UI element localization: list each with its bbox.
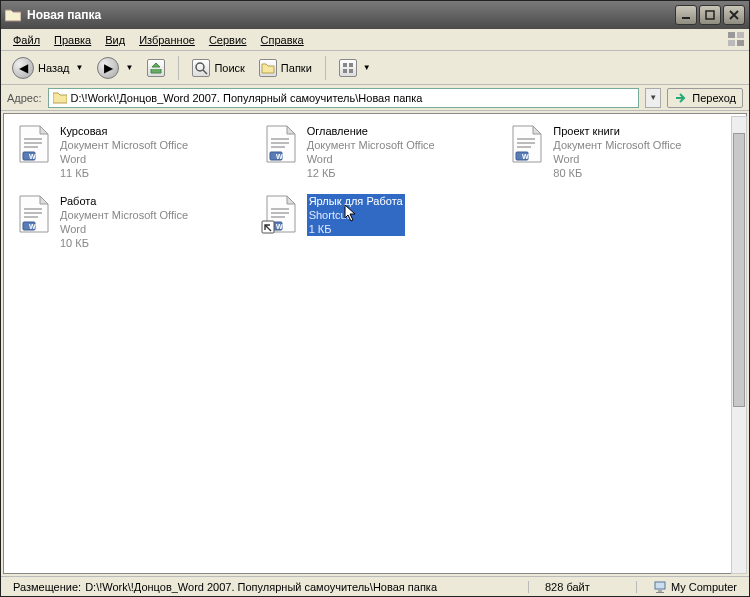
svg-rect-10: [349, 69, 353, 73]
address-path: D:\!Work\!Донцов_Word 2007. Популярный с…: [71, 92, 423, 104]
explorer-window: Новая папка Файл Правка Вид Избранное Се…: [0, 0, 750, 597]
vertical-scrollbar[interactable]: [731, 116, 747, 574]
forward-icon: ▶: [97, 57, 119, 79]
svg-rect-27: [24, 212, 42, 214]
svg-rect-38: [658, 590, 662, 592]
file-size: 10 КБ: [60, 236, 210, 250]
file-name: Ярлык для Работа: [309, 194, 403, 208]
menu-file[interactable]: Файл: [7, 32, 46, 48]
file-name: Оглавление: [307, 124, 457, 138]
go-button[interactable]: Переход: [667, 88, 743, 108]
word-doc-icon: W: [14, 194, 54, 234]
svg-rect-36: [262, 221, 274, 233]
file-text: ОглавлениеДокумент Microsoft Office Word…: [307, 124, 457, 180]
svg-rect-12: [24, 142, 42, 144]
file-item[interactable]: WРаботаДокумент Microsoft Office Word10 …: [12, 192, 245, 252]
svg-text:W: W: [276, 153, 283, 160]
close-icon: [729, 10, 739, 20]
file-name: Курсовая: [60, 124, 210, 138]
folders-label: Папки: [281, 62, 312, 74]
status-location: Размещение: D:\!Work\!Донцов_Word 2007. …: [5, 581, 529, 593]
file-size: 80 КБ: [553, 166, 703, 180]
file-text: КурсоваяДокумент Microsoft Office Word11…: [60, 124, 210, 180]
file-text: Проект книгиДокумент Microsoft Office Wo…: [553, 124, 703, 180]
up-icon: [147, 59, 165, 77]
svg-rect-1: [706, 11, 714, 19]
file-item[interactable]: WОглавлениеДокумент Microsoft Office Wor…: [259, 122, 492, 182]
statusbar: Размещение: D:\!Work\!Донцов_Word 2007. …: [1, 576, 749, 596]
toolbar: ◀ Назад ▼ ▶ ▼ Поиск Папки ▼: [1, 51, 749, 85]
forward-dropdown-icon[interactable]: ▼: [125, 63, 133, 72]
svg-text:W: W: [276, 223, 283, 230]
svg-text:W: W: [29, 153, 36, 160]
file-text: РаботаДокумент Microsoft Office Word10 К…: [60, 194, 210, 250]
file-text: Ярлык для РаботаShortcut1 КБ: [307, 194, 405, 236]
views-button[interactable]: ▼: [334, 56, 376, 80]
titlebar[interactable]: Новая папка: [1, 1, 749, 29]
svg-rect-16: [271, 138, 289, 140]
computer-icon: [653, 580, 667, 594]
menubar: Файл Правка Вид Избранное Сервис Справка: [1, 29, 749, 51]
menu-edit[interactable]: Правка: [48, 32, 97, 48]
views-icon: [339, 59, 357, 77]
file-item-selected[interactable]: WЯрлык для РаботаShortcut1 КБ: [259, 192, 492, 238]
svg-rect-3: [737, 32, 744, 38]
window-controls: [675, 5, 745, 25]
up-button[interactable]: [142, 56, 170, 80]
separator: [325, 56, 326, 80]
svg-rect-22: [517, 142, 535, 144]
svg-rect-26: [24, 208, 42, 210]
svg-rect-2: [728, 32, 735, 38]
folder-icon: [53, 92, 67, 104]
file-type: Shortcut: [309, 208, 403, 222]
word-doc-icon: W: [261, 124, 301, 164]
menu-help[interactable]: Справка: [255, 32, 310, 48]
minimize-button[interactable]: [675, 5, 697, 25]
back-dropdown-icon[interactable]: ▼: [76, 63, 84, 72]
views-dropdown-icon[interactable]: ▼: [363, 63, 371, 72]
folders-icon: [259, 59, 277, 77]
menu-view[interactable]: Вид: [99, 32, 131, 48]
file-pane[interactable]: WКурсоваяДокумент Microsoft Office Word1…: [3, 113, 747, 574]
svg-rect-18: [271, 146, 285, 148]
status-size: 828 байт: [537, 581, 637, 593]
maximize-button[interactable]: [699, 5, 721, 25]
back-icon: ◀: [12, 57, 34, 79]
svg-rect-5: [737, 40, 744, 46]
search-button[interactable]: Поиск: [187, 56, 249, 80]
svg-rect-11: [24, 138, 42, 140]
file-size: 11 КБ: [60, 166, 210, 180]
svg-rect-39: [656, 592, 664, 593]
svg-rect-28: [24, 216, 38, 218]
forward-button[interactable]: ▶ ▼: [92, 54, 138, 82]
word-doc-icon: W: [14, 124, 54, 164]
close-button[interactable]: [723, 5, 745, 25]
status-zone: My Computer: [645, 580, 745, 594]
svg-rect-37: [655, 582, 665, 589]
svg-rect-7: [343, 63, 347, 67]
scrollbar-thumb[interactable]: [733, 133, 745, 407]
svg-rect-23: [517, 146, 531, 148]
menu-favorites[interactable]: Избранное: [133, 32, 201, 48]
svg-point-6: [196, 63, 204, 71]
svg-rect-17: [271, 142, 289, 144]
svg-text:W: W: [522, 153, 529, 160]
back-button[interactable]: ◀ Назад ▼: [7, 54, 88, 82]
svg-rect-21: [517, 138, 535, 140]
address-field[interactable]: D:\!Work\!Донцов_Word 2007. Популярный с…: [48, 88, 640, 108]
file-name: Работа: [60, 194, 210, 208]
folders-button[interactable]: Папки: [254, 56, 317, 80]
minimize-icon: [681, 10, 691, 20]
file-item[interactable]: WКурсоваяДокумент Microsoft Office Word1…: [12, 122, 245, 182]
address-bar: Адрес: D:\!Work\!Донцов_Word 2007. Попул…: [1, 85, 749, 111]
windows-logo-icon: [727, 31, 745, 47]
svg-rect-4: [728, 40, 735, 46]
svg-rect-13: [24, 146, 38, 148]
menu-tools[interactable]: Сервис: [203, 32, 253, 48]
window-title: Новая папка: [27, 8, 675, 22]
file-size: 12 КБ: [307, 166, 457, 180]
address-dropdown[interactable]: ▼: [645, 88, 661, 108]
svg-rect-0: [682, 17, 690, 19]
file-item[interactable]: WПроект книгиДокумент Microsoft Office W…: [505, 122, 738, 182]
address-label: Адрес:: [7, 92, 42, 104]
